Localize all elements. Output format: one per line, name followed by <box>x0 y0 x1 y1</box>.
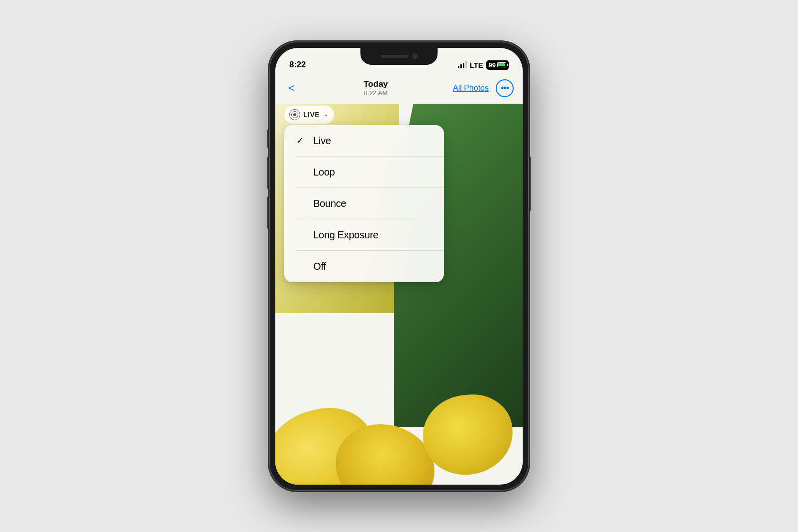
live-ring-inner <box>293 113 296 116</box>
checkmark-icon: ✓ <box>296 135 306 146</box>
nav-subtitle: 8:22 AM <box>364 89 388 97</box>
live-mode-button[interactable]: LIVE ⌄ <box>284 106 334 124</box>
live-label: LIVE <box>303 111 320 119</box>
status-time: 8:22 <box>289 60 306 70</box>
live-button-area: LIVE ⌄ <box>284 106 334 124</box>
all-photos-button[interactable]: All Photos <box>453 84 489 93</box>
signal-bar-3 <box>463 63 464 68</box>
power-button[interactable] <box>529 157 531 211</box>
signal-bar-4 <box>465 61 467 68</box>
speaker <box>381 55 408 58</box>
chevron-down-icon: ⌄ <box>324 111 328 118</box>
menu-label-loop: Loop <box>313 167 335 178</box>
menu-label-off: Off <box>313 261 326 272</box>
menu-label-bounce: Bounce <box>313 198 346 209</box>
signal-bar-1 <box>458 66 459 68</box>
menu-item-live[interactable]: ✓ Live <box>284 125 444 157</box>
signal-bar-2 <box>460 64 462 68</box>
nav-right: All Photos ••• <box>453 79 514 97</box>
menu-label-long-exposure: Long Exposure <box>313 229 379 241</box>
menu-item-bounce[interactable]: Bounce <box>284 188 444 219</box>
back-button[interactable]: < <box>284 78 299 99</box>
menu-item-off[interactable]: Off <box>284 251 444 282</box>
lte-label: LTE <box>470 61 483 69</box>
phone-screen: 8:22 LTE 99 <box>275 48 523 485</box>
status-icons: LTE 99 <box>458 60 509 70</box>
menu-label-live: Live <box>313 135 331 147</box>
battery-level: 99 <box>489 61 496 69</box>
signal-icon <box>458 61 467 68</box>
more-icon: ••• <box>501 83 509 93</box>
battery-fill <box>498 63 505 66</box>
battery-indicator: 99 <box>486 60 509 70</box>
nav-center: Today 8:22 AM <box>364 79 388 97</box>
nav-title: Today <box>364 79 388 89</box>
phone-body: 8:22 LTE 99 <box>269 42 529 491</box>
live-mode-dropdown: ✓ Live Loop Bounce Long Exposure O <box>284 125 444 282</box>
battery-icon <box>497 62 506 67</box>
notch <box>361 48 438 65</box>
menu-item-loop[interactable]: Loop <box>284 157 444 188</box>
more-button[interactable]: ••• <box>496 79 514 97</box>
front-camera <box>412 53 417 59</box>
phone-device: 8:22 LTE 99 <box>269 42 529 491</box>
live-icon <box>289 109 300 120</box>
nav-bar: < Today 8:22 AM All Photos ••• <box>275 73 523 104</box>
menu-item-long-exposure[interactable]: Long Exposure <box>284 219 444 251</box>
